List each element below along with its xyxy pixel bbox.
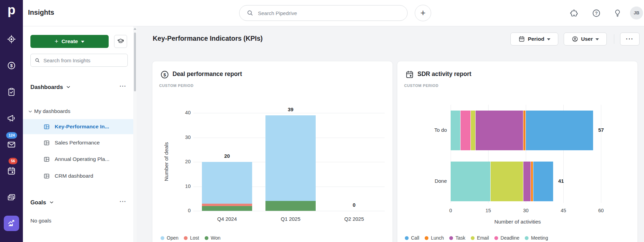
- my-dashboards-toggle[interactable]: My dashboards: [28, 107, 70, 115]
- prospector-target-icon[interactable]: [7, 35, 16, 44]
- create-button[interactable]: + Create: [30, 35, 109, 48]
- legend-item-lost[interactable]: Lost: [184, 235, 199, 241]
- y-tick-label: 40: [152, 110, 191, 115]
- bar-segment-task[interactable]: [476, 111, 523, 150]
- bar-segment-open[interactable]: [265, 115, 316, 201]
- y-category-label: To do: [397, 127, 447, 133]
- legend-label: Call: [411, 235, 419, 241]
- goals-label: Goals: [30, 199, 46, 206]
- sidebar-item-dashboard[interactable]: Key-Performance In...: [23, 119, 133, 134]
- bar-segment-lost[interactable]: [202, 204, 252, 206]
- dashboard-title: Key-Performance Indicators (KPIs): [153, 35, 263, 42]
- scroll-up-arrow[interactable]: [134, 28, 136, 30]
- bar-segment-deadline[interactable]: [461, 111, 470, 150]
- global-search[interactable]: [239, 5, 408, 21]
- insights-search-input[interactable]: [43, 58, 122, 63]
- legend-item-meeting[interactable]: Meeting: [525, 235, 548, 241]
- bar-segment-meeting[interactable]: [451, 162, 490, 201]
- dashboards-section-toggle[interactable]: Dashboards: [30, 83, 71, 91]
- y-tick-label: 10: [152, 183, 191, 189]
- bar-segment-task[interactable]: [523, 162, 531, 201]
- marketplace-puzzle-icon[interactable]: [570, 9, 579, 18]
- legend-color-dot: [184, 236, 188, 240]
- legend-label: Meeting: [531, 235, 548, 241]
- user-circle-icon: [572, 36, 578, 42]
- bar-segment-won[interactable]: [265, 201, 316, 211]
- deals-dollar-icon[interactable]: $: [7, 61, 16, 70]
- contacts-icon[interactable]: [7, 193, 16, 202]
- header-divider: [614, 34, 614, 44]
- activities-calendar-icon[interactable]: [7, 166, 16, 176]
- legend-item-open[interactable]: Open: [161, 235, 178, 241]
- x-axis-title: Number of activities: [466, 219, 569, 225]
- legend-item-deadline[interactable]: Deadline: [494, 235, 519, 241]
- goals-menu-button[interactable]: ···: [119, 198, 127, 206]
- dashboard-grid-icon: [43, 156, 50, 163]
- dashboard-more-button[interactable]: ···: [620, 33, 640, 46]
- user-avatar[interactable]: JB: [630, 7, 643, 20]
- bar-segment-email[interactable]: [491, 162, 523, 201]
- sidebar-item-dashboard[interactable]: CRM dashboard: [23, 168, 133, 183]
- sidebar-item-label: Annual Operating Pla...: [55, 156, 109, 162]
- quick-add-button[interactable]: +: [415, 5, 431, 21]
- bar-segment-email[interactable]: [471, 111, 476, 150]
- gridline: [193, 211, 385, 211]
- projects-clipboard-icon[interactable]: [7, 87, 16, 97]
- sidebar-item-label: Key-Performance In...: [55, 124, 109, 130]
- create-button-label: Create: [61, 38, 78, 44]
- legend-color-dot: [525, 236, 529, 240]
- svg-text:?: ?: [595, 11, 598, 16]
- whats-new-bulb-icon[interactable]: [613, 9, 622, 18]
- svg-text:$: $: [10, 63, 13, 68]
- plus-icon: +: [55, 38, 58, 45]
- chart-legend: CallLunchTaskEmailDeadlineMeeting: [405, 235, 548, 241]
- x-tick-label: 60: [591, 208, 611, 213]
- nav-rail: p $ 124 56: [0, 0, 23, 242]
- caret-down-icon: [547, 38, 550, 40]
- insights-sidebar: + Create Dashboards ···: [23, 26, 137, 242]
- bar-segment-won[interactable]: [202, 206, 252, 211]
- sidebar-item-label: Sales Performance: [55, 140, 100, 146]
- legend-item-call[interactable]: Call: [405, 235, 419, 241]
- sidebar-item-dashboard[interactable]: Sales Performance: [23, 135, 133, 150]
- insights-search[interactable]: [30, 54, 128, 67]
- campaigns-megaphone-icon[interactable]: [7, 114, 16, 123]
- x-tick-label: 0: [440, 208, 461, 213]
- bar-segment-meeting[interactable]: [451, 111, 460, 150]
- y-tick-label: 20: [152, 159, 191, 164]
- x-tick-label: 30: [516, 208, 536, 213]
- global-search-input[interactable]: [258, 10, 388, 16]
- legend-item-task[interactable]: Task: [449, 235, 465, 241]
- learning-button[interactable]: [114, 35, 127, 48]
- legend-color-dot: [425, 236, 428, 240]
- legend-color-dot: [205, 236, 208, 240]
- bar-segment-open[interactable]: [202, 162, 252, 204]
- sidebar-scrollbar[interactable]: [133, 26, 137, 242]
- mail-icon[interactable]: [7, 140, 16, 149]
- user-filter-button[interactable]: User: [564, 33, 607, 46]
- bar-segment-call[interactable]: [526, 111, 593, 150]
- insights-chart-icon[interactable]: [7, 219, 16, 228]
- legend-item-lunch[interactable]: Lunch: [425, 235, 444, 241]
- sidebar-item-dashboard[interactable]: Annual Operating Pla...: [23, 152, 133, 167]
- bar-segment-call[interactable]: [533, 162, 553, 201]
- help-icon[interactable]: ?: [592, 9, 601, 18]
- scrollbar-thumb[interactable]: [134, 33, 136, 91]
- bar-segment-lunch[interactable]: [531, 162, 533, 201]
- period-filter-button[interactable]: Period: [510, 33, 558, 46]
- app-root: p $ 124 56: [0, 0, 644, 242]
- legend-color-dot: [471, 236, 475, 240]
- goals-section-toggle[interactable]: Goals: [30, 198, 54, 206]
- sdr-activity-card: SDR activity report CUSTOM PERIOD 015304…: [397, 61, 638, 242]
- x-category-label: Q1 2025: [270, 216, 311, 222]
- legend-label: Lunch: [431, 235, 444, 241]
- x-tick-label: 15: [478, 208, 498, 213]
- sidebar-item-label: CRM dashboard: [55, 173, 93, 179]
- deal-performance-chart: Number of deals01020304020Q4 202439Q1 20…: [152, 61, 393, 242]
- legend-item-email[interactable]: Email: [471, 235, 489, 241]
- dashboards-menu-button[interactable]: ···: [119, 83, 127, 91]
- bar-segment-lunch[interactable]: [523, 111, 525, 150]
- pipedrive-logo[interactable]: p: [0, 3, 23, 17]
- legend-item-won[interactable]: Won: [205, 235, 221, 241]
- dashboard-grid-icon: [43, 173, 50, 179]
